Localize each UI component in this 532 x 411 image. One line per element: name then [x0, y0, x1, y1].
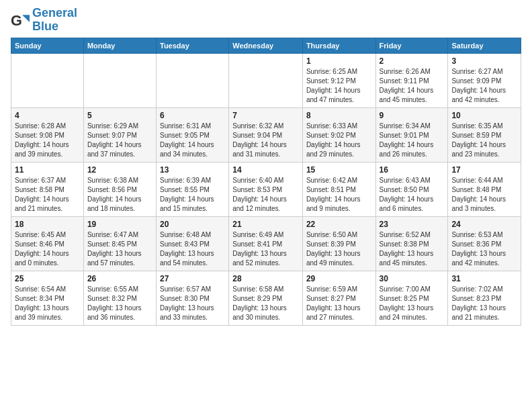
day-number: 11	[15, 165, 80, 175]
day-info: Sunrise: 6:49 AMSunset: 8:41 PMDaylight:…	[232, 230, 299, 268]
day-number: 30	[380, 274, 445, 283]
day-number: 16	[380, 165, 445, 175]
day-info: Sunrise: 6:59 AMSunset: 8:27 PMDaylight:…	[306, 285, 372, 322]
day-info: Sunrise: 6:53 AMSunset: 8:36 PMDaylight:…	[451, 230, 517, 268]
calendar-cell: 30Sunrise: 7:00 AMSunset: 8:25 PMDayligh…	[375, 271, 448, 325]
day-info: Sunrise: 6:31 AMSunset: 9:05 PMDaylight:…	[160, 122, 225, 159]
day-info: Sunrise: 6:52 AMSunset: 8:38 PMDaylight:…	[380, 230, 445, 268]
day-number: 18	[15, 220, 80, 229]
day-info: Sunrise: 6:55 AMSunset: 8:32 PMDaylight:…	[87, 285, 152, 322]
day-info: Sunrise: 6:54 AMSunset: 8:34 PMDaylight:…	[15, 285, 80, 322]
day-number: 3	[451, 56, 517, 66]
calendar-table: SundayMondayTuesdayWednesdayThursdayFrid…	[11, 38, 521, 326]
day-info: Sunrise: 6:39 AMSunset: 8:55 PMDaylight:…	[160, 176, 225, 214]
day-number: 21	[232, 220, 299, 229]
day-info: Sunrise: 7:02 AMSunset: 8:23 PMDaylight:…	[451, 285, 517, 322]
page: G General Blue SundayMondayTuesdayWednes…	[0, 0, 532, 411]
day-info: Sunrise: 6:38 AMSunset: 8:56 PMDaylight:…	[87, 176, 152, 214]
day-number: 12	[87, 165, 152, 175]
calendar-cell: 22Sunrise: 6:50 AMSunset: 8:39 PMDayligh…	[302, 216, 375, 271]
logo: G General Blue	[11, 7, 77, 34]
day-info: Sunrise: 6:26 AMSunset: 9:11 PMDaylight:…	[380, 67, 445, 105]
calendar-cell: 25Sunrise: 6:54 AMSunset: 8:34 PMDayligh…	[11, 271, 84, 325]
calendar-cell: 17Sunrise: 6:44 AMSunset: 8:48 PMDayligh…	[448, 162, 521, 216]
day-number: 17	[451, 165, 517, 175]
calendar-cell	[11, 53, 84, 107]
week-row-5: 25Sunrise: 6:54 AMSunset: 8:34 PMDayligh…	[11, 271, 521, 325]
day-info: Sunrise: 6:37 AMSunset: 8:58 PMDaylight:…	[15, 176, 80, 214]
day-number: 2	[380, 56, 445, 66]
day-info: Sunrise: 6:34 AMSunset: 9:01 PMDaylight:…	[380, 122, 445, 159]
calendar-cell: 20Sunrise: 6:48 AMSunset: 8:43 PMDayligh…	[156, 216, 228, 271]
calendar-cell: 6Sunrise: 6:31 AMSunset: 9:05 PMDaylight…	[156, 107, 228, 162]
calendar-cell: 11Sunrise: 6:37 AMSunset: 8:58 PMDayligh…	[11, 162, 84, 216]
calendar-cell: 29Sunrise: 6:59 AMSunset: 8:27 PMDayligh…	[302, 271, 375, 325]
day-number: 23	[380, 220, 445, 229]
day-info: Sunrise: 6:42 AMSunset: 8:51 PMDaylight:…	[306, 176, 372, 214]
day-number: 14	[232, 165, 299, 175]
day-info: Sunrise: 7:00 AMSunset: 8:25 PMDaylight:…	[380, 285, 445, 322]
weekday-header-friday: Friday	[375, 38, 448, 53]
day-info: Sunrise: 6:57 AMSunset: 8:30 PMDaylight:…	[160, 285, 225, 322]
calendar-cell: 2Sunrise: 6:26 AMSunset: 9:11 PMDaylight…	[375, 53, 448, 107]
calendar-cell: 8Sunrise: 6:33 AMSunset: 9:02 PMDaylight…	[302, 107, 375, 162]
day-number: 26	[87, 274, 152, 283]
day-info: Sunrise: 6:32 AMSunset: 9:04 PMDaylight:…	[232, 122, 299, 159]
day-number: 8	[306, 111, 372, 120]
calendar-cell: 21Sunrise: 6:49 AMSunset: 8:41 PMDayligh…	[229, 216, 303, 271]
day-number: 13	[160, 165, 225, 175]
weekday-header-wednesday: Wednesday	[229, 38, 303, 53]
calendar-cell: 7Sunrise: 6:32 AMSunset: 9:04 PMDaylight…	[229, 107, 303, 162]
logo-general: General	[32, 6, 77, 19]
calendar-cell: 14Sunrise: 6:40 AMSunset: 8:53 PMDayligh…	[229, 162, 303, 216]
week-row-1: 1Sunrise: 6:25 AMSunset: 9:12 PMDaylight…	[11, 53, 521, 107]
day-info: Sunrise: 6:58 AMSunset: 8:29 PMDaylight:…	[232, 285, 299, 322]
day-number: 20	[160, 220, 225, 229]
day-number: 24	[451, 220, 517, 229]
weekday-header-monday: Monday	[83, 38, 156, 53]
day-info: Sunrise: 6:47 AMSunset: 8:45 PMDaylight:…	[87, 230, 152, 268]
weekday-header-tuesday: Tuesday	[156, 38, 228, 53]
logo-icon: G	[11, 11, 30, 30]
calendar-cell	[83, 53, 156, 107]
svg-marker-1	[22, 15, 30, 22]
day-number: 25	[15, 274, 80, 283]
week-row-4: 18Sunrise: 6:45 AMSunset: 8:46 PMDayligh…	[11, 216, 521, 271]
day-info: Sunrise: 6:25 AMSunset: 9:12 PMDaylight:…	[306, 67, 372, 105]
day-number: 28	[232, 274, 299, 283]
calendar-cell	[229, 53, 303, 107]
calendar-cell: 31Sunrise: 7:02 AMSunset: 8:23 PMDayligh…	[448, 271, 521, 325]
day-info: Sunrise: 6:45 AMSunset: 8:46 PMDaylight:…	[15, 230, 80, 268]
calendar-cell: 3Sunrise: 6:27 AMSunset: 9:09 PMDaylight…	[448, 53, 521, 107]
day-number: 29	[306, 274, 372, 283]
calendar-cell: 9Sunrise: 6:34 AMSunset: 9:01 PMDaylight…	[375, 107, 448, 162]
day-number: 1	[306, 56, 372, 66]
day-number: 6	[160, 111, 225, 120]
weekday-header-sunday: Sunday	[11, 38, 84, 53]
calendar-cell: 26Sunrise: 6:55 AMSunset: 8:32 PMDayligh…	[83, 271, 156, 325]
calendar-cell: 24Sunrise: 6:53 AMSunset: 8:36 PMDayligh…	[448, 216, 521, 271]
calendar-cell: 4Sunrise: 6:28 AMSunset: 9:08 PMDaylight…	[11, 107, 84, 162]
day-number: 27	[160, 274, 225, 283]
svg-text:G: G	[11, 12, 22, 29]
calendar-cell: 23Sunrise: 6:52 AMSunset: 8:38 PMDayligh…	[375, 216, 448, 271]
calendar-cell: 12Sunrise: 6:38 AMSunset: 8:56 PMDayligh…	[83, 162, 156, 216]
day-info: Sunrise: 6:33 AMSunset: 9:02 PMDaylight:…	[306, 122, 372, 159]
calendar-cell: 1Sunrise: 6:25 AMSunset: 9:12 PMDaylight…	[302, 53, 375, 107]
day-number: 9	[380, 111, 445, 120]
logo-blue: Blue	[32, 19, 58, 33]
day-info: Sunrise: 6:44 AMSunset: 8:48 PMDaylight:…	[451, 176, 517, 214]
day-info: Sunrise: 6:35 AMSunset: 8:59 PMDaylight:…	[451, 122, 517, 159]
day-info: Sunrise: 6:48 AMSunset: 8:43 PMDaylight:…	[160, 230, 225, 268]
calendar-cell: 16Sunrise: 6:43 AMSunset: 8:50 PMDayligh…	[375, 162, 448, 216]
logo-text: General Blue	[32, 7, 77, 34]
day-number: 5	[87, 111, 152, 120]
calendar-cell: 5Sunrise: 6:29 AMSunset: 9:07 PMDaylight…	[83, 107, 156, 162]
week-row-3: 11Sunrise: 6:37 AMSunset: 8:58 PMDayligh…	[11, 162, 521, 216]
day-number: 31	[451, 274, 517, 283]
day-number: 7	[232, 111, 299, 120]
day-number: 15	[306, 165, 372, 175]
day-info: Sunrise: 6:27 AMSunset: 9:09 PMDaylight:…	[451, 67, 517, 105]
calendar-cell: 15Sunrise: 6:42 AMSunset: 8:51 PMDayligh…	[302, 162, 375, 216]
day-number: 19	[87, 220, 152, 229]
